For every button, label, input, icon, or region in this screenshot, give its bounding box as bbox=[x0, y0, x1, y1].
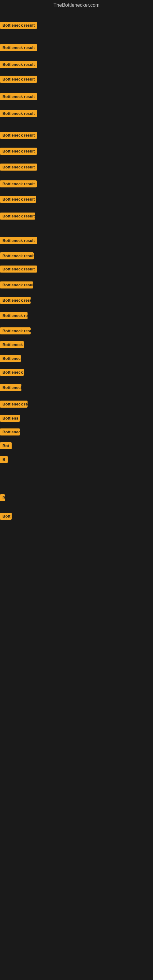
bottleneck-badge: Bottleneck result bbox=[0, 61, 37, 68]
bottleneck-badge: Bottleneck result bbox=[0, 237, 37, 244]
bottleneck-badge: Bottleneck result bbox=[0, 132, 37, 139]
bottleneck-result-item: Bott bbox=[0, 513, 12, 521]
bottleneck-badge: Bot bbox=[0, 442, 12, 449]
bottleneck-badge: Bottleneck r bbox=[0, 369, 24, 376]
bottleneck-result-item: B bbox=[0, 494, 5, 503]
bottleneck-result-item: Bottleneck re bbox=[0, 312, 27, 320]
bottleneck-result-item: Bottleneck result bbox=[0, 132, 37, 140]
bottleneck-badge: Bottleneck result bbox=[0, 76, 37, 83]
bottleneck-badge: Bottleneck result bbox=[0, 148, 37, 155]
bottleneck-badge: B bbox=[0, 456, 8, 463]
bottleneck-result-item: Bottleneck result bbox=[0, 266, 37, 274]
bottleneck-badge: Bottleneck result bbox=[0, 44, 37, 51]
bottleneck-badge: Bottleneck result bbox=[0, 266, 37, 272]
site-title: TheBottlenecker.com bbox=[0, 0, 153, 10]
bottleneck-result-item: Bottleneck result bbox=[0, 252, 33, 261]
bottleneck-badge: B bbox=[0, 494, 5, 501]
bottleneck-badge: Bottleneck result bbox=[0, 93, 37, 100]
bottleneck-result-item: Bottleneck result bbox=[0, 180, 37, 189]
bottleneck-badge: Bottleneck r bbox=[0, 341, 24, 348]
bottleneck-result-item: Bottleneck bbox=[0, 384, 21, 392]
bottleneck-result-item: B bbox=[0, 456, 8, 464]
bottleneck-badge: Bottleneck bbox=[0, 384, 21, 391]
bottleneck-result-item: Bottleneck result bbox=[0, 164, 37, 172]
bottleneck-result-item: Bottleneck result bbox=[0, 93, 37, 101]
bottleneck-result-item: Bottleneck r bbox=[0, 369, 24, 377]
bottleneck-badge: Bottlens bbox=[0, 415, 20, 422]
bottleneck-result-item: Bottleneck result bbox=[0, 22, 37, 30]
bottleneck-result-item: Bottleneck result bbox=[0, 213, 35, 221]
bottleneck-badge: Bottleneck result bbox=[0, 252, 33, 259]
bottleneck-result-item: Bottleneck result bbox=[0, 44, 37, 52]
bottleneck-result-item: Bot bbox=[0, 442, 12, 450]
bottleneck-result-item: Bottleneck result bbox=[0, 76, 37, 84]
bottleneck-result-item: Bottleneck result bbox=[0, 61, 37, 69]
bottleneck-badge: Bottleneck result bbox=[0, 282, 33, 288]
bottleneck-badge: Bottleneck result bbox=[0, 110, 37, 117]
bottleneck-badge: Bottleneck result bbox=[0, 297, 30, 304]
bottleneck-badge: Bott bbox=[0, 513, 12, 520]
bottleneck-badge: Bottleneck result bbox=[0, 180, 37, 188]
bottleneck-result-item: Bottleneck result bbox=[0, 237, 37, 245]
bottleneck-result-item: Bottleneck result bbox=[0, 328, 30, 336]
bottleneck-badge: Bottleneck bbox=[0, 428, 20, 436]
bottleneck-result-item: Bottleneck res bbox=[0, 401, 27, 409]
bottleneck-badge: Bottleneck result bbox=[0, 22, 37, 29]
bottleneck-result-item: Bottlenec bbox=[0, 355, 21, 363]
bottleneck-result-item: Bottleneck result bbox=[0, 196, 36, 204]
bottleneck-result-item: Bottleneck result bbox=[0, 148, 37, 156]
bottleneck-badge: Bottlenec bbox=[0, 355, 21, 362]
bottleneck-badge: Bottleneck re bbox=[0, 312, 27, 319]
bottleneck-result-item: Bottleneck result bbox=[0, 282, 33, 290]
bottleneck-badge: Bottleneck result bbox=[0, 164, 37, 170]
bottleneck-result-item: Bottlens bbox=[0, 415, 20, 423]
bottleneck-result-item: Bottleneck r bbox=[0, 341, 24, 350]
bottleneck-badge: Bottleneck result bbox=[0, 213, 35, 220]
bottleneck-result-item: Bottleneck result bbox=[0, 110, 37, 118]
bottleneck-badge: Bottleneck result bbox=[0, 328, 30, 334]
bottleneck-result-item: Bottleneck bbox=[0, 428, 20, 437]
bottleneck-badge: Bottleneck result bbox=[0, 196, 36, 203]
bottleneck-result-item: Bottleneck result bbox=[0, 297, 30, 305]
bottleneck-badge: Bottleneck res bbox=[0, 401, 27, 407]
